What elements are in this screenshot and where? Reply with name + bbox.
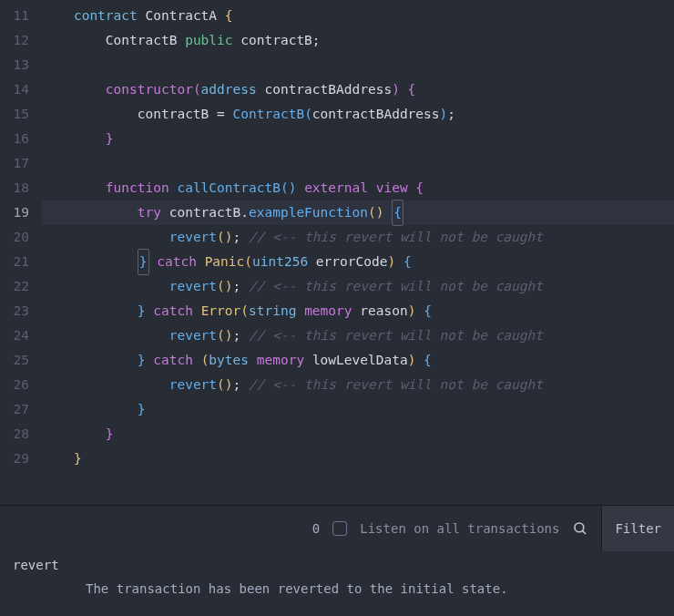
code-line[interactable]: revert(); // <-- this revert will not be… (42, 323, 674, 348)
line-number: 12 (0, 28, 29, 53)
listen-all-checkbox[interactable] (332, 521, 347, 536)
line-number: 29 (0, 447, 29, 471)
console-error-message: The transaction has been reverted to the… (13, 581, 661, 596)
line-number: 14 (0, 77, 29, 102)
code-line[interactable]: revert(); // <-- this revert will not be… (42, 373, 674, 397)
line-number: 20 (0, 225, 29, 250)
line-number: 15 (0, 102, 29, 127)
line-number: 17 (0, 151, 29, 176)
line-number: 21 (0, 250, 29, 274)
filter-button[interactable]: Filter (601, 506, 674, 551)
code-line[interactable]: contract ContractA { (42, 4, 674, 28)
code-line[interactable] (42, 53, 674, 77)
code-line[interactable]: } (42, 422, 674, 447)
console-error-title: revert (13, 558, 661, 572)
line-number: 22 (0, 274, 29, 299)
line-number-current: 19 (0, 200, 29, 225)
code-line[interactable]: } catch (bytes memory lowLevelData) { (42, 348, 674, 373)
line-number: 13 (0, 53, 29, 77)
code-line[interactable]: revert(); // <-- this revert will not be… (42, 274, 674, 299)
code-line[interactable]: ContractB public contractB; (42, 28, 674, 53)
line-number: 26 (0, 373, 29, 397)
line-number-gutter: 11 12 13 14 15 16 17 18 19 20 21 22 23 2… (0, 4, 42, 505)
search-icon[interactable] (572, 520, 588, 537)
transaction-toolbar: 0 Listen on all transactions Filter (0, 505, 674, 550)
code-line[interactable]: contractB = ContractB(contractBAddress); (42, 102, 674, 127)
code-content[interactable]: contract ContractA { ContractB public co… (42, 4, 674, 505)
line-number: 16 (0, 127, 29, 151)
code-line[interactable]: } (42, 397, 674, 422)
code-line[interactable]: } catch Panic(uint256 errorCode) { (42, 250, 674, 274)
code-line[interactable]: revert(); // <-- this revert will not be… (42, 225, 674, 250)
code-line-active[interactable]: try contractB.exampleFunction() { (42, 200, 674, 225)
line-number: 27 (0, 397, 29, 422)
code-editor[interactable]: 11 12 13 14 15 16 17 18 19 20 21 22 23 2… (0, 0, 674, 505)
line-number: 11 (0, 4, 29, 28)
line-number: 25 (0, 348, 29, 373)
line-number: 28 (0, 422, 29, 447)
code-line[interactable]: } catch Error(string memory reason) { (42, 299, 674, 323)
line-number: 18 (0, 176, 29, 200)
code-line[interactable] (42, 151, 674, 176)
line-number: 23 (0, 299, 29, 323)
listen-all-label: Listen on all transactions (360, 521, 559, 536)
svg-point-0 (575, 523, 584, 532)
code-line[interactable]: } (42, 447, 674, 471)
code-line[interactable]: } (42, 127, 674, 151)
svg-line-1 (583, 530, 587, 534)
console-output: revert The transaction has been reverted… (0, 550, 674, 596)
line-number: 24 (0, 323, 29, 348)
filter-label: Filter (615, 521, 661, 536)
transaction-count: 0 (312, 521, 320, 536)
code-line[interactable]: function callContractB() external view { (42, 176, 674, 200)
code-line[interactable]: constructor(address contractBAddress) { (42, 77, 674, 102)
